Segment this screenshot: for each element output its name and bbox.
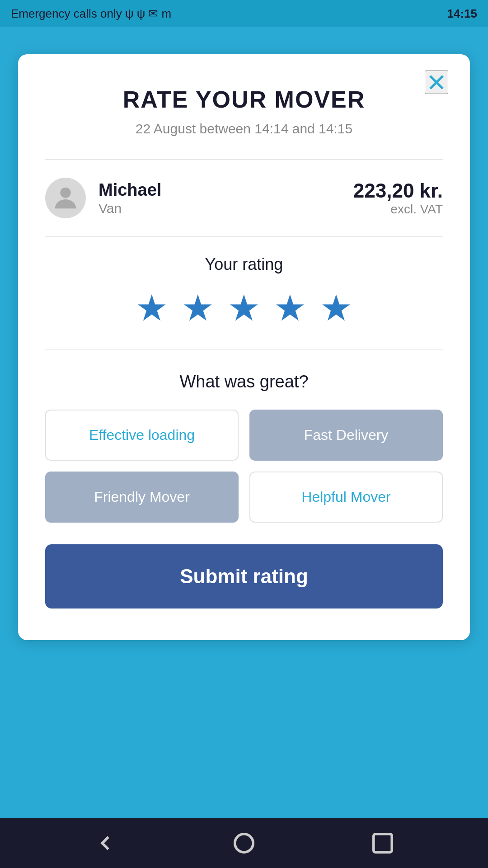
great-divider xyxy=(45,349,443,349)
status-bar: Emergency calls only ψ ψ ✉ m 14:15 xyxy=(0,0,488,27)
mover-type: Van xyxy=(99,201,161,216)
tag-effective-loading[interactable]: Effective loading xyxy=(45,410,239,461)
mover-divider xyxy=(45,236,443,237)
card-title: RATE YOUR MOVER xyxy=(45,86,443,113)
price-vat: excl. VAT xyxy=(353,202,443,217)
svg-point-2 xyxy=(60,188,70,198)
submit-rating-button[interactable]: Submit rating xyxy=(45,544,443,609)
mover-info: Michael Van xyxy=(99,180,161,216)
status-time: 14:15 xyxy=(447,7,478,21)
status-left: Emergency calls only ψ ψ ✉ m xyxy=(11,7,171,21)
svg-rect-4 xyxy=(373,834,392,853)
rating-section: Your rating ★ ★ ★ ★ ★ xyxy=(45,255,443,326)
star-3[interactable]: ★ xyxy=(228,290,260,326)
avatar xyxy=(45,178,86,218)
top-divider xyxy=(45,159,443,160)
back-nav-button[interactable] xyxy=(92,830,119,857)
mover-row: Michael Van 223,20 kr. excl. VAT xyxy=(45,178,443,218)
svg-point-3 xyxy=(235,834,253,853)
nav-bar xyxy=(0,818,488,868)
tags-grid: Effective loading Fast Delivery Friendly… xyxy=(45,410,443,523)
main-area: RATE YOUR MOVER 22 August between 14:14 … xyxy=(0,27,488,818)
tag-helpful-mover[interactable]: Helpful Mover xyxy=(249,472,443,523)
status-right: 14:15 xyxy=(447,7,478,21)
rating-card: RATE YOUR MOVER 22 August between 14:14 … xyxy=(18,54,470,640)
card-subtitle: 22 August between 14:14 and 14:15 xyxy=(45,121,443,137)
mover-name: Michael xyxy=(99,180,161,201)
mover-left: Michael Van xyxy=(45,178,161,218)
star-2[interactable]: ★ xyxy=(182,290,214,326)
recents-nav-button[interactable] xyxy=(369,830,396,857)
tag-friendly-mover[interactable]: Friendly Mover xyxy=(45,472,239,523)
tag-fast-delivery[interactable]: Fast Delivery xyxy=(249,410,443,461)
rating-label: Your rating xyxy=(45,255,443,274)
home-nav-button[interactable] xyxy=(230,830,258,857)
status-left-text: Emergency calls only ψ ψ ✉ m xyxy=(11,7,171,21)
star-1[interactable]: ★ xyxy=(136,290,168,326)
stars-row: ★ ★ ★ ★ ★ xyxy=(45,290,443,326)
star-4[interactable]: ★ xyxy=(274,290,306,326)
great-label: What was great? xyxy=(45,372,443,392)
price-amount: 223,20 kr. xyxy=(353,179,443,202)
close-button[interactable] xyxy=(425,71,448,94)
mover-price: 223,20 kr. excl. VAT xyxy=(353,179,443,217)
star-5[interactable]: ★ xyxy=(320,290,352,326)
